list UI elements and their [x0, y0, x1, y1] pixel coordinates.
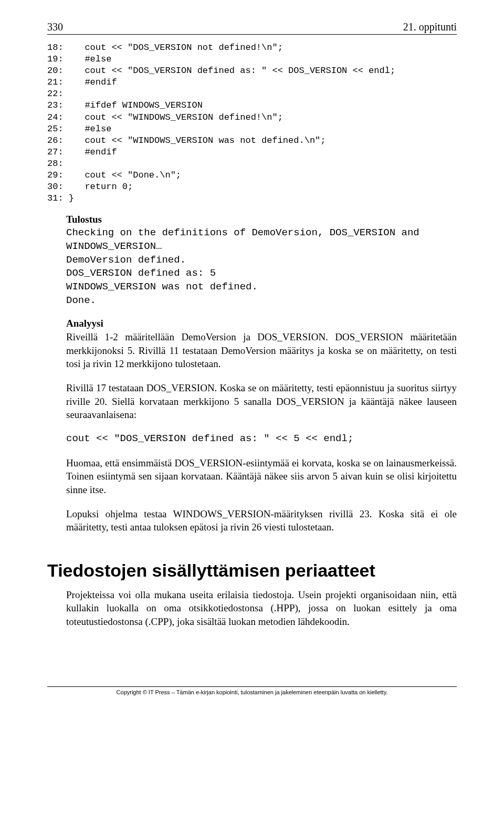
analyysi-label: Analyysi: [66, 318, 457, 329]
analyysi-code-line: cout << "DOS_VERSION defined as: " << 5 …: [66, 432, 457, 446]
analyysi-p4: Lopuksi ohjelma testaa WINDOWS_VERSION-m…: [66, 507, 457, 534]
footer-copyright: Copyright © IT Press – Tämän e-kirjan ko…: [47, 686, 457, 695]
content-indent: Tulostus Checking on the definitions of …: [47, 214, 457, 628]
chapter-title: 21. oppitunti: [403, 21, 457, 33]
section-heading: Tiedostojen sisällyttämisen periaatteet: [47, 560, 457, 581]
analyysi-p3: Huomaa, että ensimmäistä DOS_VERSION-esi…: [66, 456, 457, 497]
page-header: 330 21. oppitunti: [47, 21, 457, 35]
tulostus-output: Checking on the definitions of DemoVersi…: [66, 226, 457, 307]
tulostus-label: Tulostus: [66, 214, 457, 225]
page: 330 21. oppitunti 18: cout << "DOS_VERSI…: [0, 0, 504, 711]
page-number: 330: [47, 21, 63, 33]
code-listing: 18: cout << "DOS_VERSION not defined!\n"…: [47, 42, 457, 204]
analyysi-p2: Rivillä 17 testataan DOS_VERSION. Koska …: [66, 381, 457, 422]
section-body: Projekteissa voi olla mukana useita eril…: [66, 588, 457, 629]
analyysi-p1: Riveillä 1-2 määritellään DemoVersion ja…: [66, 330, 457, 371]
